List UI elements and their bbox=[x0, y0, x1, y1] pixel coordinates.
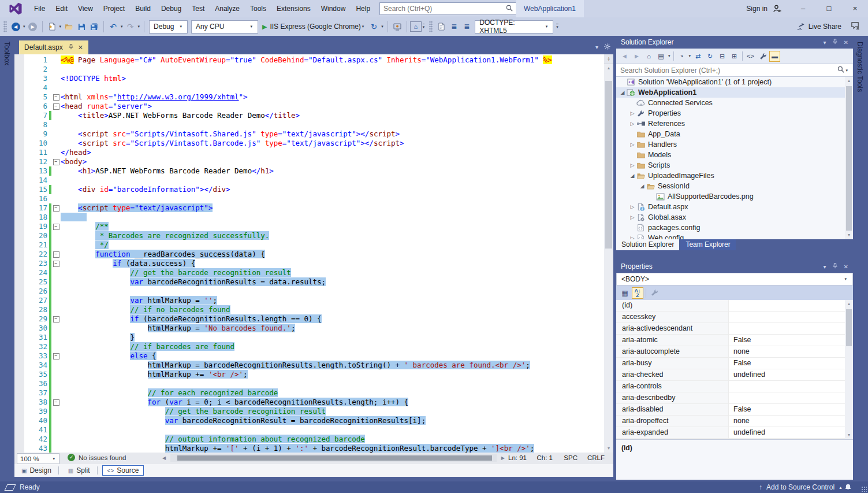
pin-icon[interactable] bbox=[68, 44, 74, 51]
fold-margin[interactable] bbox=[51, 83, 61, 92]
property-row[interactable]: aria-describedby bbox=[616, 392, 853, 404]
collapse-region-icon[interactable]: − bbox=[53, 205, 59, 212]
view-button-source[interactable]: <>Source bbox=[102, 465, 144, 476]
property-row[interactable]: aria-activedescendant bbox=[616, 323, 853, 335]
scroll-right-icon[interactable]: ▶ bbox=[501, 455, 505, 461]
start-debugging-button[interactable]: ▶ IIS Express (Google Chrome) ▾ bbox=[262, 23, 365, 31]
menu-item-project[interactable]: Project bbox=[98, 0, 130, 17]
code-line[interactable]: 5−<html xmlns="http://www.w3.org/1999/xh… bbox=[24, 92, 604, 102]
code-line[interactable]: 22− function __readBarcodes_success(data… bbox=[24, 250, 604, 259]
code-line[interactable]: 31 } bbox=[24, 333, 604, 342]
tree-item-packages-config[interactable]: packages.config bbox=[616, 223, 853, 233]
refresh-icon[interactable]: ↻ bbox=[368, 20, 379, 33]
undo-caret-icon[interactable]: ▾ bbox=[121, 24, 123, 29]
property-value[interactable]: none bbox=[729, 416, 853, 427]
code-line[interactable]: 38− for (var i = 0; i < barcodeRecogniti… bbox=[24, 398, 604, 407]
code-line[interactable]: 8 bbox=[24, 120, 604, 129]
scrollbar-thumb[interactable] bbox=[846, 86, 852, 231]
code-line[interactable]: 43 htmlMarkup += '[' + (i + 1) + ':' + b… bbox=[24, 444, 604, 453]
panel-dropdown-icon[interactable]: ▾ bbox=[824, 39, 826, 46]
tab-close-icon[interactable]: ✕ bbox=[78, 44, 83, 51]
code-line[interactable]: 1<%@ Page Language="C#" AutoEventWireup=… bbox=[24, 55, 604, 65]
show-all-files-icon[interactable]: ⊞ bbox=[729, 51, 740, 62]
fold-margin[interactable]: − bbox=[51, 157, 61, 166]
document-tab-default-aspx[interactable]: Default.aspx ✕ bbox=[19, 40, 88, 54]
tree-item-sessionid[interactable]: ◢SessionId bbox=[616, 181, 853, 191]
menu-item-window[interactable]: Window bbox=[316, 0, 351, 17]
collapse-region-icon[interactable]: − bbox=[53, 251, 59, 258]
scroll-up-icon[interactable]: ▴ bbox=[845, 300, 853, 308]
code-line[interactable]: 40 var barcodeRecognitionResult = barcod… bbox=[24, 416, 604, 425]
collapse-region-icon[interactable]: − bbox=[53, 159, 59, 165]
scroll-down-icon[interactable]: ▾ bbox=[604, 444, 613, 453]
code-line[interactable]: 35 htmlMarkup += '<br />'; bbox=[24, 370, 604, 379]
tree-item-scripts[interactable]: ▷Scripts bbox=[616, 160, 853, 170]
tree-item-default-aspx[interactable]: ▷Default.aspx bbox=[616, 202, 853, 212]
fold-margin[interactable] bbox=[51, 425, 61, 435]
home-caret-icon[interactable]: ▾ bbox=[423, 24, 425, 29]
property-row[interactable]: aria-dropeffectnone bbox=[616, 416, 853, 427]
scroll-left-icon[interactable]: ◀ bbox=[162, 455, 166, 461]
menu-item-analyze[interactable]: Analyze bbox=[210, 0, 245, 17]
expand-icon[interactable]: ▷ bbox=[628, 142, 636, 147]
tree-item-handlers[interactable]: ▷Handlers bbox=[616, 139, 853, 150]
search-options-caret-icon[interactable]: ▾ bbox=[845, 68, 848, 73]
property-row[interactable]: aria-atomicFalse bbox=[616, 335, 853, 346]
code-line[interactable]: 21 */ bbox=[24, 240, 604, 250]
fold-margin[interactable] bbox=[51, 240, 61, 250]
collapse-region-icon[interactable]: − bbox=[53, 103, 59, 110]
code-line[interactable]: 20 * Barcodes are recognized successfull… bbox=[24, 231, 604, 240]
navigate-backward-icon[interactable]: ◀ bbox=[10, 20, 21, 33]
toolbox-strip[interactable]: Toolbox bbox=[0, 36, 14, 481]
view-button-design[interactable]: ▣Design bbox=[17, 466, 56, 475]
collapse-region-icon[interactable]: − bbox=[53, 316, 59, 323]
fold-margin[interactable] bbox=[51, 166, 61, 176]
tree-item-global-asax[interactable]: ▷Global.asax bbox=[616, 212, 853, 223]
new-file-icon[interactable] bbox=[46, 20, 58, 33]
code-line[interactable]: 42 // output information about recognize… bbox=[24, 435, 604, 444]
fold-margin[interactable]: − bbox=[51, 351, 61, 361]
tree-item-connected-services[interactable]: Connected Services bbox=[616, 98, 853, 108]
code-line[interactable]: 17− <script type="text/javascript"> bbox=[24, 203, 604, 213]
diagnostic-tools-tab-label[interactable]: Diagnostic Tools bbox=[856, 36, 864, 92]
project-badge[interactable]: WebApplication1 bbox=[516, 0, 584, 17]
code-line[interactable]: 13 <h1>ASP.NET WebForms Barcode Reader D… bbox=[24, 166, 604, 176]
code-line[interactable]: 41 bbox=[24, 425, 604, 435]
code-line[interactable]: 36 bbox=[24, 379, 604, 388]
collapse-region-icon[interactable]: − bbox=[53, 261, 59, 267]
fold-margin[interactable]: − bbox=[51, 92, 61, 102]
live-share-button[interactable]: Live Share bbox=[796, 23, 841, 31]
toolbar-grip-2[interactable] bbox=[429, 21, 433, 32]
fold-margin[interactable]: − bbox=[51, 314, 61, 324]
fold-margin[interactable] bbox=[51, 231, 61, 240]
editor-vertical-scrollbar[interactable]: ‡ ▴ ▾ bbox=[604, 54, 613, 453]
toolbox-tab-label[interactable]: Toolbox bbox=[3, 36, 11, 65]
redo-icon[interactable]: ↷ bbox=[125, 20, 136, 33]
fold-margin[interactable] bbox=[51, 296, 61, 305]
code-line[interactable]: 37 // for each recognized barcode bbox=[24, 388, 604, 398]
code-line[interactable]: 4 bbox=[24, 83, 604, 92]
back-icon[interactable]: ◄ bbox=[619, 51, 630, 62]
toolbar-grip[interactable] bbox=[3, 21, 7, 32]
decrease-indent-icon[interactable]: ≣ bbox=[448, 20, 460, 33]
editor-horizontal-scrollbar[interactable] bbox=[170, 454, 497, 462]
code-editor[interactable]: 1<%@ Page Language="C#" AutoEventWireup=… bbox=[14, 54, 613, 453]
active-files-dropdown-icon[interactable]: ▾ bbox=[595, 44, 598, 50]
doctype-dropdown[interactable]: DOCTYPE: XHTML5▾ bbox=[475, 20, 553, 34]
column-indicator[interactable]: Ch: 1 bbox=[537, 454, 553, 461]
line-indicator[interactable]: Ln: 91 bbox=[508, 454, 527, 461]
code-line[interactable]: 10 <script src="Scripts/Vintasoft.Barcod… bbox=[24, 139, 604, 148]
menu-item-edit[interactable]: Edit bbox=[50, 0, 73, 17]
feedback-icon[interactable] bbox=[851, 21, 860, 32]
menu-item-tools[interactable]: Tools bbox=[245, 0, 271, 17]
property-value[interactable] bbox=[729, 323, 853, 334]
code-line[interactable]: 28 // if no barcodes found bbox=[24, 305, 604, 314]
code-line[interactable]: 6−<head runat="server"> bbox=[24, 102, 604, 111]
fold-margin[interactable] bbox=[51, 342, 61, 351]
fold-margin[interactable] bbox=[51, 129, 61, 139]
fold-margin[interactable] bbox=[51, 370, 61, 379]
property-row[interactable]: aria-expandedundefined bbox=[616, 427, 853, 439]
code-line[interactable]: 25 var barcodeRecognitionResults = data.… bbox=[24, 277, 604, 287]
tree-scrollbar[interactable]: ▴ ▾ bbox=[845, 77, 853, 239]
alphabetical-icon[interactable]: A↓Z bbox=[632, 287, 643, 299]
